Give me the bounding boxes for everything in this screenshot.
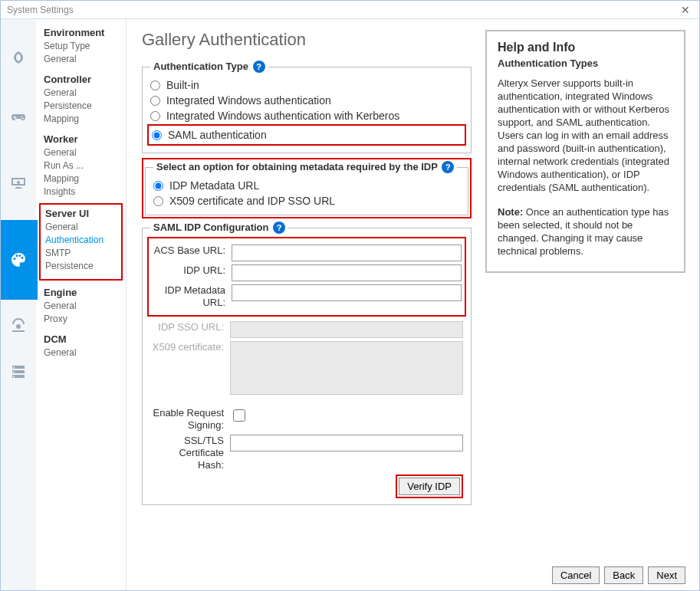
label-x509: X509 certificate: [150, 341, 224, 353]
nav-head-worker[interactable]: Worker [44, 133, 126, 145]
help-column: Help and Info Authentication Types Alter… [485, 30, 685, 583]
auth-option-iwa[interactable]: Integrated Windows authentication [150, 93, 463, 108]
meta-option-group: Select an option for obtaining metadata … [145, 161, 468, 215]
titlebar: System Settings ✕ [1, 1, 699, 19]
auth-type-group: Authentication Type ? Built-in Integrate… [142, 61, 472, 153]
rail-environment[interactable] [1, 30, 36, 87]
auth-option-saml[interactable]: SAML authentication [147, 124, 466, 146]
meta-option-legend: Select an option for obtaining metadata … [153, 161, 457, 173]
help-icon[interactable]: ? [253, 61, 265, 73]
nav-sub-ctrl-persistence[interactable]: Persistence [44, 100, 126, 113]
verify-row: Verify IDP [150, 474, 463, 498]
label-idp-meta: IDP Metadata URL: [152, 284, 225, 309]
nav-sub-worker-general[interactable]: General [44, 146, 126, 159]
nav-sub-worker-runas[interactable]: Run As ... [44, 159, 126, 172]
settings-window: System Settings ✕ [0, 0, 700, 591]
label-ssl-hash: SSL/TLS Certificate Hash: [150, 435, 224, 471]
nav-section-controller: Controller General Persistence Mapping [36, 74, 126, 126]
nav-head-server-ui[interactable]: Server UI [45, 208, 117, 219]
nav-head-dcm[interactable]: DCM [44, 333, 126, 345]
help-note-text: Once an authentication type has been sel… [498, 206, 669, 257]
monitor-gear-icon [9, 174, 28, 192]
nav-sub-dcm-general[interactable]: General [44, 346, 126, 360]
nav-head-controller[interactable]: Controller [44, 74, 126, 85]
saml-config-group: SAML IDP Configuration ? ACS Base URL: I… [142, 222, 472, 505]
next-button[interactable]: Next [648, 566, 685, 584]
icon-rail [1, 19, 36, 590]
saml-config-legend-text: SAML IDP Configuration [153, 222, 268, 233]
nav-sub-ctrl-mapping[interactable]: Mapping [44, 113, 126, 126]
auth-option-builtin[interactable]: Built-in [150, 77, 463, 93]
nav-section-engine: Engine General Proxy [36, 287, 126, 326]
nav-sub-serverui-auth[interactable]: Authentication [45, 234, 117, 247]
row-ssl-hash: SSL/TLS Certificate Hash: [150, 435, 463, 471]
help-sub: Authentication Types [498, 57, 673, 69]
auth-radio-builtin[interactable] [150, 80, 160, 90]
input-x509 [230, 341, 463, 395]
auth-label-iwa-kerberos: Integrated Windows authentication with K… [166, 108, 399, 123]
nav-section-environment: Environment Setup Type General [36, 27, 126, 66]
nav-sub-setup-type[interactable]: Setup Type [44, 40, 126, 53]
palette-icon [9, 251, 28, 269]
meta-option-legend-text: Select an option for obtaining metadata … [156, 161, 438, 172]
rail-dcm[interactable] [1, 349, 36, 395]
input-idp-meta[interactable] [232, 284, 462, 301]
meta-radio-x509[interactable] [153, 196, 163, 206]
auth-label-saml: SAML authentication [168, 127, 267, 143]
auth-radio-iwa[interactable] [150, 96, 160, 106]
auth-radio-saml[interactable] [152, 130, 162, 140]
content-scroll[interactable]: Gallery Authentication Authentication Ty… [142, 30, 692, 583]
nav-sub-env-general[interactable]: General [44, 53, 126, 66]
auth-label-iwa: Integrated Windows authentication [166, 93, 331, 108]
verify-idp-button[interactable]: Verify IDP [399, 478, 460, 495]
help-icon[interactable]: ? [273, 222, 285, 234]
label-acs-base: ACS Base URL: [152, 245, 225, 257]
input-ssl-hash[interactable] [230, 435, 463, 451]
row-idp-sso: IDP SSO URL: [150, 321, 463, 338]
input-idp-url[interactable] [232, 264, 462, 281]
nav-sub-worker-insights[interactable]: Insights [44, 186, 126, 199]
meta-label-idp-meta-url: IDP Metadata URL [169, 178, 259, 193]
auth-option-iwa-kerberos[interactable]: Integrated Windows authentication with K… [150, 108, 463, 123]
nav-sub-serverui-persistence[interactable]: Persistence [45, 260, 117, 273]
nav-head-engine[interactable]: Engine [44, 287, 126, 298]
nav-section-server-ui: Server UI General Authentication SMTP Pe… [39, 203, 123, 281]
auth-label-builtin: Built-in [166, 77, 199, 93]
help-icon[interactable]: ? [442, 161, 454, 173]
nav-head-environment[interactable]: Environment [44, 27, 126, 38]
content: Gallery Authentication Authentication Ty… [127, 19, 699, 590]
rail-server-ui[interactable] [1, 220, 38, 300]
nav-sub-engine-proxy[interactable]: Proxy [44, 313, 126, 326]
row-idp-url: IDP URL: [152, 264, 462, 281]
cancel-button[interactable]: Cancel [552, 566, 600, 584]
row-enable-sign: Enable Request Signing: [150, 407, 463, 432]
rail-engine[interactable] [1, 300, 36, 349]
nav-section-worker: Worker General Run As ... Mapping Insigh… [36, 133, 126, 199]
nav-sub-engine-general[interactable]: General [44, 300, 126, 313]
row-idp-meta: IDP Metadata URL: [152, 284, 462, 309]
meta-option-x509[interactable]: X509 certificate and IDP SSO URL [153, 193, 460, 208]
help-body-1: Alteryx Server supports built-in authent… [498, 77, 673, 194]
rail-worker[interactable] [1, 146, 36, 220]
meta-label-x509: X509 certificate and IDP SSO URL [169, 193, 335, 208]
back-button[interactable]: Back [604, 566, 643, 584]
label-idp-url: IDP URL: [152, 264, 225, 277]
server-stack-icon [9, 363, 28, 381]
nav-sub-ctrl-general[interactable]: General [44, 87, 126, 100]
checkbox-enable-sign[interactable] [233, 409, 245, 422]
auth-type-legend-text: Authentication Type [153, 61, 248, 72]
input-acs-base[interactable] [232, 245, 462, 261]
label-enable-sign: Enable Request Signing: [150, 407, 224, 432]
help-note-label: Note: [498, 206, 523, 218]
rail-controller[interactable] [1, 87, 36, 146]
close-icon[interactable]: ✕ [672, 1, 699, 18]
auth-radio-iwa-kerberos[interactable] [150, 111, 160, 121]
meta-option-idp-meta-url[interactable]: IDP Metadata URL [153, 178, 460, 193]
help-box: Help and Info Authentication Types Alter… [485, 30, 685, 273]
nav-sub-serverui-smtp[interactable]: SMTP [45, 247, 117, 260]
auth-type-legend: Authentication Type ? [150, 61, 268, 73]
meta-radio-idp-meta-url[interactable] [153, 181, 163, 191]
nav-sub-worker-mapping[interactable]: Mapping [44, 172, 126, 186]
body: Environment Setup Type General Controlle… [1, 19, 699, 590]
nav-sub-serverui-general[interactable]: General [45, 221, 117, 234]
